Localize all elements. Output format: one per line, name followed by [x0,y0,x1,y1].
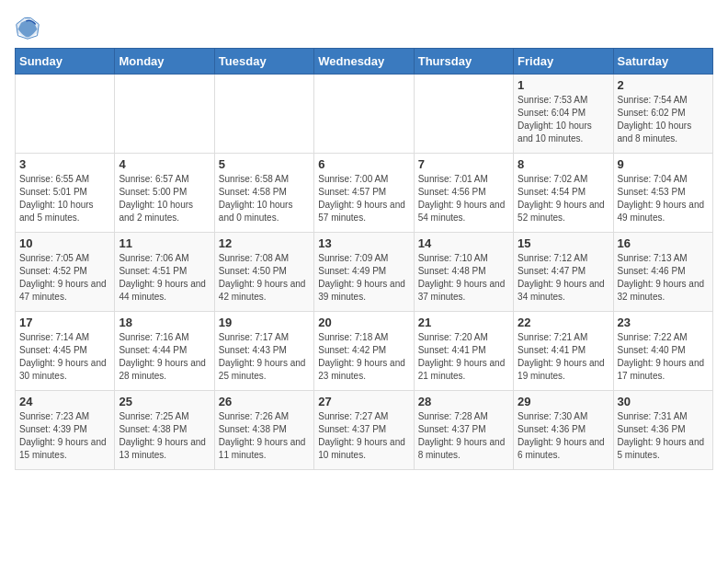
calendar-cell: 27Sunrise: 7:27 AM Sunset: 4:37 PM Dayli… [314,391,414,470]
day-number: 4 [119,157,210,171]
day-number: 7 [418,157,509,171]
calendar-cell: 3Sunrise: 6:55 AM Sunset: 5:01 PM Daylig… [16,154,115,233]
day-info: Sunrise: 7:26 AM Sunset: 4:38 PM Dayligh… [219,410,310,462]
calendar-cell [115,75,214,154]
day-info: Sunrise: 7:10 AM Sunset: 4:48 PM Dayligh… [418,252,509,304]
calendar-cell: 9Sunrise: 7:04 AM Sunset: 4:53 PM Daylig… [613,154,712,233]
calendar-cell: 15Sunrise: 7:12 AM Sunset: 4:47 PM Dayli… [514,233,613,312]
day-number: 28 [418,395,509,408]
day-number: 19 [219,316,310,329]
day-number: 17 [19,316,110,329]
day-number: 27 [318,395,409,408]
day-info: Sunrise: 7:16 AM Sunset: 4:44 PM Dayligh… [119,331,210,383]
calendar-header-row: SundayMondayTuesdayWednesdayThursdayFrid… [16,49,713,75]
day-info: Sunrise: 7:06 AM Sunset: 4:51 PM Dayligh… [119,252,210,304]
calendar-cell: 30Sunrise: 7:31 AM Sunset: 4:36 PM Dayli… [613,391,712,470]
day-info: Sunrise: 7:02 AM Sunset: 4:54 PM Dayligh… [518,173,609,224]
calendar-cell: 14Sunrise: 7:10 AM Sunset: 4:48 PM Dayli… [414,233,513,312]
header [15,15,713,40]
day-of-week-header: Monday [115,49,214,75]
day-number: 22 [518,316,609,329]
day-number: 16 [618,236,709,250]
day-info: Sunrise: 7:05 AM Sunset: 4:52 PM Dayligh… [19,252,110,304]
day-number: 29 [518,395,609,408]
day-info: Sunrise: 7:31 AM Sunset: 4:36 PM Dayligh… [618,410,709,462]
calendar-cell: 4Sunrise: 6:57 AM Sunset: 5:00 PM Daylig… [115,154,214,233]
calendar-cell [16,75,115,154]
day-info: Sunrise: 7:22 AM Sunset: 4:40 PM Dayligh… [618,331,709,383]
day-of-week-header: Wednesday [314,49,414,75]
calendar-cell: 20Sunrise: 7:18 AM Sunset: 4:42 PM Dayli… [314,312,414,391]
calendar-cell [314,75,414,154]
day-of-week-header: Thursday [414,49,513,75]
calendar-cell: 21Sunrise: 7:20 AM Sunset: 4:41 PM Dayli… [414,312,513,391]
day-info: Sunrise: 7:53 AM Sunset: 6:04 PM Dayligh… [518,94,609,145]
calendar-cell: 25Sunrise: 7:25 AM Sunset: 4:38 PM Dayli… [115,391,214,470]
day-number: 15 [518,236,609,250]
calendar-body: 1Sunrise: 7:53 AM Sunset: 6:04 PM Daylig… [16,75,713,470]
day-of-week-header: Tuesday [214,49,313,75]
calendar-cell: 16Sunrise: 7:13 AM Sunset: 4:46 PM Dayli… [613,233,712,312]
day-number: 1 [518,78,609,92]
calendar-week-row: 10Sunrise: 7:05 AM Sunset: 4:52 PM Dayli… [16,233,713,312]
day-of-week-header: Sunday [16,49,115,75]
day-of-week-header: Friday [514,49,613,75]
day-info: Sunrise: 7:17 AM Sunset: 4:43 PM Dayligh… [219,331,310,383]
day-info: Sunrise: 7:30 AM Sunset: 4:36 PM Dayligh… [518,410,609,462]
calendar-cell: 22Sunrise: 7:21 AM Sunset: 4:41 PM Dayli… [514,312,613,391]
calendar-cell: 26Sunrise: 7:26 AM Sunset: 4:38 PM Dayli… [214,391,313,470]
day-info: Sunrise: 7:20 AM Sunset: 4:41 PM Dayligh… [418,331,509,383]
day-info: Sunrise: 7:27 AM Sunset: 4:37 PM Dayligh… [318,410,409,462]
calendar-cell: 29Sunrise: 7:30 AM Sunset: 4:36 PM Dayli… [514,391,613,470]
day-info: Sunrise: 7:13 AM Sunset: 4:46 PM Dayligh… [618,252,709,304]
calendar-cell [414,75,513,154]
day-number: 21 [418,316,509,329]
calendar-cell: 17Sunrise: 7:14 AM Sunset: 4:45 PM Dayli… [16,312,115,391]
calendar-week-row: 3Sunrise: 6:55 AM Sunset: 5:01 PM Daylig… [16,154,713,233]
calendar-cell: 2Sunrise: 7:54 AM Sunset: 6:02 PM Daylig… [613,75,712,154]
day-number: 8 [518,157,609,171]
calendar-cell: 1Sunrise: 7:53 AM Sunset: 6:04 PM Daylig… [514,75,613,154]
calendar-cell: 28Sunrise: 7:28 AM Sunset: 4:37 PM Dayli… [414,391,513,470]
day-info: Sunrise: 7:01 AM Sunset: 4:56 PM Dayligh… [418,173,509,224]
day-info: Sunrise: 7:18 AM Sunset: 4:42 PM Dayligh… [318,331,409,383]
day-number: 3 [19,157,110,171]
day-number: 18 [119,316,210,329]
day-info: Sunrise: 7:09 AM Sunset: 4:49 PM Dayligh… [318,252,409,304]
day-number: 14 [418,236,509,250]
calendar-cell: 18Sunrise: 7:16 AM Sunset: 4:44 PM Dayli… [115,312,214,391]
day-info: Sunrise: 6:58 AM Sunset: 4:58 PM Dayligh… [219,173,310,224]
day-info: Sunrise: 7:12 AM Sunset: 4:47 PM Dayligh… [518,252,609,304]
calendar-cell: 8Sunrise: 7:02 AM Sunset: 4:54 PM Daylig… [514,154,613,233]
calendar-cell: 12Sunrise: 7:08 AM Sunset: 4:50 PM Dayli… [214,233,313,312]
day-number: 24 [19,395,110,408]
day-info: Sunrise: 7:14 AM Sunset: 4:45 PM Dayligh… [19,331,110,383]
calendar-cell: 24Sunrise: 7:23 AM Sunset: 4:39 PM Dayli… [16,391,115,470]
day-info: Sunrise: 7:54 AM Sunset: 6:02 PM Dayligh… [618,94,709,145]
day-number: 23 [618,316,709,329]
day-number: 12 [219,236,310,250]
calendar-cell: 19Sunrise: 7:17 AM Sunset: 4:43 PM Dayli… [214,312,313,391]
day-of-week-header: Saturday [613,49,712,75]
day-number: 2 [618,78,709,92]
calendar-week-row: 17Sunrise: 7:14 AM Sunset: 4:45 PM Dayli… [16,312,713,391]
day-info: Sunrise: 7:25 AM Sunset: 4:38 PM Dayligh… [119,410,210,462]
logo-icon [15,15,40,40]
calendar-cell: 5Sunrise: 6:58 AM Sunset: 4:58 PM Daylig… [214,154,313,233]
day-info: Sunrise: 7:00 AM Sunset: 4:57 PM Dayligh… [318,173,409,224]
day-info: Sunrise: 6:57 AM Sunset: 5:00 PM Dayligh… [119,173,210,224]
day-number: 6 [318,157,409,171]
day-number: 20 [318,316,409,329]
day-number: 9 [618,157,709,171]
day-number: 5 [219,157,310,171]
calendar-cell: 7Sunrise: 7:01 AM Sunset: 4:56 PM Daylig… [414,154,513,233]
calendar-week-row: 1Sunrise: 7:53 AM Sunset: 6:04 PM Daylig… [16,75,713,154]
calendar-cell: 6Sunrise: 7:00 AM Sunset: 4:57 PM Daylig… [314,154,414,233]
day-number: 26 [219,395,310,408]
day-info: Sunrise: 7:08 AM Sunset: 4:50 PM Dayligh… [219,252,310,304]
day-number: 11 [119,236,210,250]
day-number: 25 [119,395,210,408]
calendar-week-row: 24Sunrise: 7:23 AM Sunset: 4:39 PM Dayli… [16,391,713,470]
day-info: Sunrise: 7:04 AM Sunset: 4:53 PM Dayligh… [618,173,709,224]
calendar-cell [214,75,313,154]
